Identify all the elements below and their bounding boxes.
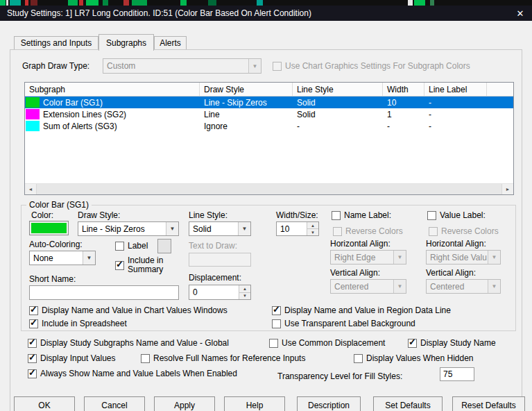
table-row[interactable]: Color Bar (SG1) Line - Skip Zeros Solid …	[25, 97, 513, 108]
tab-subgraphs[interactable]: Subgraphs	[98, 34, 154, 51]
include-in-summary-checkbox[interactable]: ✓ Include in Summary	[115, 256, 185, 274]
name-label-checkbox[interactable]: ✓ Name Label:	[332, 211, 391, 220]
cancel-button[interactable]: Cancel	[84, 396, 145, 411]
display-subgraphs-global-checkbox[interactable]: ✓ Display Study Subgraphs Name and Value…	[28, 339, 229, 348]
check-icon: ✓	[273, 304, 280, 314]
ok-button[interactable]: OK	[14, 396, 75, 411]
value-vertical-align-label: Vertical Align:	[426, 268, 476, 278]
width-size-label: Width/Size:	[276, 210, 318, 220]
reset-defaults-button[interactable]: Reset Defaults	[452, 396, 525, 411]
draw-style-label: Draw Style:	[78, 210, 120, 220]
auto-coloring-select[interactable]: None ▼	[29, 251, 96, 265]
name-vertical-align-label: Vertical Align:	[330, 268, 380, 278]
cell-line-label: -	[424, 110, 487, 119]
value-horizontal-align-label: Horizontal Align:	[426, 239, 486, 249]
table-row[interactable]: Extension Lines (SG2) Line Solid 1 -	[25, 108, 513, 120]
checkbox-label: Use Chart Graphics Settings For Subgraph…	[285, 62, 470, 71]
title-bar: Study Settings: 1] LR7 Long Condition. I…	[0, 6, 532, 21]
cell-draw-style: Ignore	[200, 121, 293, 131]
scroll-right-icon[interactable]: ►	[502, 184, 513, 194]
value-vertical-align-select[interactable]: Centered ▼	[426, 279, 501, 294]
short-name-field[interactable]	[29, 285, 179, 300]
scroll-left-icon[interactable]: ◄	[25, 184, 36, 194]
table-row[interactable]: Sum of Alerts (SG3) Ignore - - -	[25, 120, 513, 132]
check-icon: ✓	[28, 352, 36, 362]
width-size-stepper[interactable]: 10 ▲ ▼	[276, 221, 319, 236]
text-to-draw-field[interactable]	[189, 253, 251, 267]
close-icon[interactable]: ✕	[508, 6, 532, 21]
description-button[interactable]: Description	[297, 396, 361, 411]
scrollbar-thumb[interactable]	[36, 184, 502, 194]
tab-settings-and-inputs[interactable]: Settings and Inputs	[14, 36, 98, 49]
tab-alerts[interactable]: Alerts	[154, 36, 187, 49]
short-name-label: Short Name:	[29, 274, 76, 284]
chevron-down-icon: ▼	[393, 280, 406, 293]
label-checkbox[interactable]: ✓ Label	[115, 242, 148, 251]
spin-up-icon[interactable]: ▲	[239, 285, 250, 293]
cell-draw-style: Line	[200, 110, 293, 119]
check-icon: ✓	[28, 367, 36, 378]
cell-width: 1	[383, 110, 424, 119]
cell-line-label: -	[424, 98, 487, 108]
display-chart-values-checkbox[interactable]: ✓ Display Name and Value in Chart Values…	[29, 306, 228, 315]
display-values-when-hidden-checkbox[interactable]: ✓ Display Values When Hidden	[354, 354, 474, 363]
cell-line-style: -	[293, 121, 383, 131]
column-header-line-style[interactable]: Line Style	[293, 83, 383, 96]
color-label: Color:	[31, 210, 53, 220]
set-defaults-button[interactable]: Set Defaults	[373, 396, 443, 411]
column-header-draw-style[interactable]: Draw Style	[200, 83, 293, 96]
spin-down-icon[interactable]: ▼	[307, 229, 318, 235]
display-input-values-checkbox[interactable]: ✓ Display Input Values	[28, 354, 116, 363]
subgraph-color-swatch	[26, 109, 40, 119]
auto-coloring-label: Auto-Coloring:	[29, 240, 83, 249]
displacement-stepper[interactable]: 0 ▲ ▼	[189, 285, 251, 300]
always-show-labels-checkbox[interactable]: ✓ Always Show Name and Value Labels When…	[28, 369, 237, 378]
graph-draw-type-value: Custom	[103, 61, 248, 71]
help-button[interactable]: Help	[224, 396, 285, 411]
column-header-subgraph[interactable]: Subgraph	[25, 83, 200, 96]
value-horizontal-align-select[interactable]: Right Side Valu ▼	[426, 250, 501, 265]
chevron-down-icon: ▼	[488, 280, 500, 293]
graph-draw-type-select[interactable]: Custom ▼	[103, 58, 261, 74]
cell-line-style: Solid	[293, 110, 383, 119]
name-horizontal-align-select[interactable]: Right Edge ▼	[330, 250, 406, 265]
use-common-displacement-checkbox[interactable]: ✓ Use Common Displacement	[269, 339, 385, 348]
use-chart-graphics-checkbox[interactable]: ✓ Use Chart Graphics Settings For Subgra…	[273, 62, 470, 71]
line-style-select[interactable]: Solid ▼	[189, 221, 251, 236]
chevron-down-icon: ▼	[166, 222, 178, 235]
name-reverse-colors-checkbox[interactable]: ✓ Reverse Colors	[333, 227, 403, 236]
name-horizontal-align-label: Horizontal Align:	[330, 239, 391, 249]
table-header: Subgraph Draw Style Line Style Width Lin…	[25, 83, 513, 97]
spin-down-icon[interactable]: ▼	[239, 293, 250, 300]
horizontal-scrollbar[interactable]: ◄ ►	[25, 183, 513, 194]
label-options-button[interactable]	[157, 239, 171, 253]
transparency-level-field[interactable]	[440, 367, 474, 381]
column-header-width[interactable]: Width	[383, 83, 424, 96]
color-picker-button[interactable]	[29, 221, 69, 235]
tab-label: Subgraphs	[106, 38, 146, 48]
subgraph-name: Color Bar (SG1)	[43, 98, 103, 108]
line-style-label: Line Style:	[189, 210, 228, 220]
transparent-label-background-checkbox[interactable]: ✓ Use Transparent Label Background	[272, 319, 415, 328]
cell-width: 10	[383, 98, 424, 108]
spin-up-icon[interactable]: ▲	[307, 222, 318, 229]
tab-label: Settings and Inputs	[21, 38, 92, 48]
cell-width: -	[383, 121, 424, 131]
draw-style-select[interactable]: Line - Skip Zeros ▼	[78, 221, 179, 236]
background-chart-strip	[0, 0, 532, 6]
value-reverse-colors-checkbox[interactable]: ✓ Reverse Colors	[429, 227, 499, 236]
subgraph-color-swatch	[26, 121, 40, 131]
cell-line-label: -	[424, 121, 487, 131]
display-study-name-checkbox[interactable]: ✓ Display Study Name	[408, 339, 496, 348]
include-in-spreadsheet-checkbox[interactable]: ✓ Include in Spreadsheet	[29, 319, 127, 328]
check-icon: ✓	[409, 337, 416, 347]
study-settings-dialog: Study Settings: 1] LR7 Long Condition. I…	[0, 0, 532, 411]
resolve-full-names-checkbox[interactable]: ✓ Resolve Full Names for Reference Input…	[141, 354, 305, 363]
value-label-checkbox[interactable]: ✓ Value Label:	[427, 211, 486, 220]
name-vertical-align-select[interactable]: Centered ▼	[330, 279, 406, 294]
apply-button[interactable]: Apply	[154, 396, 215, 411]
display-region-data-checkbox[interactable]: ✓ Display Name and Value in Region Data …	[272, 306, 451, 315]
column-header-line-label[interactable]: Line Label	[424, 83, 487, 96]
check-icon: ✓	[116, 259, 123, 269]
check-icon: ✓	[30, 317, 37, 328]
